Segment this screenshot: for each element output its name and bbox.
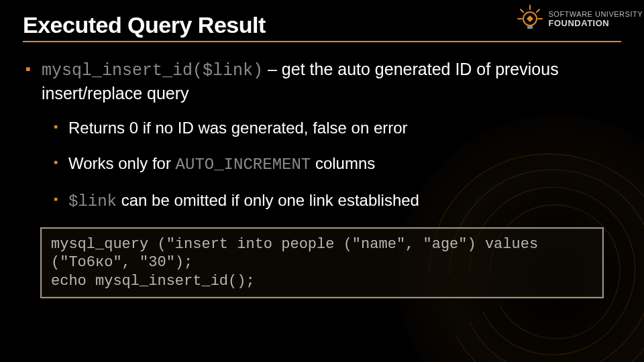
logo: SOFTWARE UNIVERSITY FOUNDATION <box>515 4 643 34</box>
dash: – <box>263 60 282 78</box>
lightbulb-icon <box>515 4 545 34</box>
bullet-item-1: mysql_insert_id($link) – get the auto ge… <box>25 58 621 213</box>
code-block: mysql_query ("insert into people ("name"… <box>40 227 604 299</box>
inline-code: mysql_insert_id($link) <box>42 61 263 80</box>
inline-code: $link <box>68 192 117 210</box>
logo-text-line2: FOUNDATION <box>549 19 643 27</box>
logo-text-line1: SOFTWARE UNIVERSITY <box>549 11 643 18</box>
bullet-text-1a: get the auto generated ID of previous <box>282 60 559 78</box>
bullet-list: mysql_insert_id($link) – get the auto ge… <box>23 58 621 213</box>
sub-bullet-2-pre: Works only for <box>68 154 176 172</box>
sub-bullet-1: Returns 0 if no ID was generated, false … <box>54 117 621 138</box>
title-underline <box>23 41 621 42</box>
svg-rect-7 <box>527 25 533 29</box>
inline-code: AUTO_INCREMENT <box>176 156 311 174</box>
bullet-text-1b: insert/replace query <box>42 84 189 103</box>
svg-line-2 <box>521 9 523 12</box>
sub-bullet-2: Works only for AUTO_INCREMENT columns <box>54 153 621 175</box>
sub-bullet-2-post: columns <box>311 154 375 172</box>
sub-bullet-3-post: can be omitted if only one link establis… <box>117 191 419 209</box>
sub-bullet-3: $link can be omitted if only one link es… <box>54 190 621 212</box>
svg-line-3 <box>537 9 539 12</box>
sub-bullet-1-text: Returns 0 if no ID was generated, false … <box>68 119 408 137</box>
sub-bullet-list: Returns 0 if no ID was generated, false … <box>42 117 621 213</box>
